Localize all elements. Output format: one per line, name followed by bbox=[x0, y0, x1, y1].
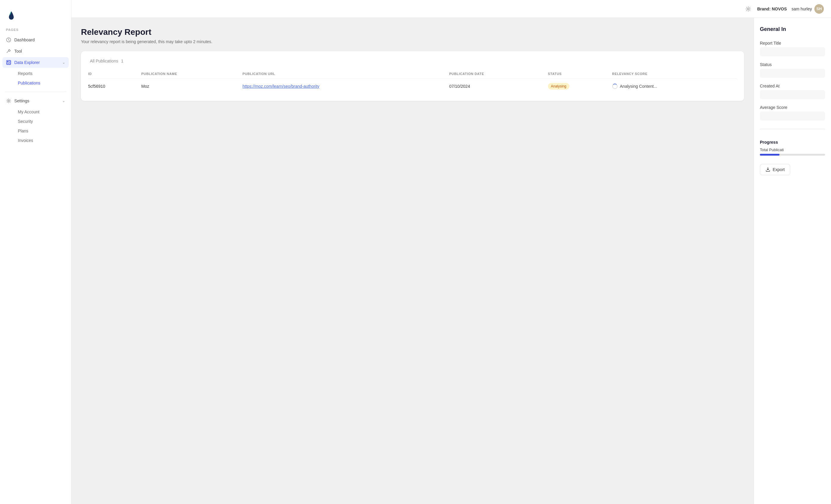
header-brand: Brand: NOVOS bbox=[757, 6, 787, 11]
created-at-label: Created At bbox=[760, 84, 825, 88]
sidebar-item-data-explorer[interactable]: Data Explorer ⌄ bbox=[2, 57, 69, 68]
sidebar-item-my-account[interactable]: My Account bbox=[14, 108, 66, 116]
col-publication-url: PUBLICATION URL bbox=[242, 69, 449, 79]
svg-rect-5 bbox=[9, 63, 10, 64]
progress-bar-fill bbox=[760, 154, 779, 156]
export-button[interactable]: Export bbox=[760, 164, 790, 175]
status-badge: Analysing bbox=[548, 83, 569, 90]
sidebar-item-reports[interactable]: Reports bbox=[14, 69, 66, 78]
right-panel: General In Report Title Status Created A… bbox=[754, 18, 831, 504]
cell-id: 5cf56910 bbox=[88, 79, 141, 94]
page-title: Relevancy Report bbox=[81, 27, 744, 37]
table-row: 5cf56910 Moz https://moz.com/learn/seo/b… bbox=[88, 79, 737, 94]
sidebar-item-settings-label: Settings bbox=[14, 98, 29, 103]
main-nav: Dashboard Tool Data Explor bbox=[0, 34, 71, 88]
right-panel-created-at: Created At bbox=[760, 84, 825, 99]
average-score-label: Average Score bbox=[760, 105, 825, 110]
sidebar-item-data-explorer-label: Data Explorer bbox=[14, 60, 40, 65]
cell-publication-url: https://moz.com/learn/seo/brand-authorit… bbox=[242, 79, 449, 94]
settings-nav: Settings ⌄ My Account Security Plans Inv… bbox=[0, 95, 71, 146]
sidebar-item-dashboard-label: Dashboard bbox=[14, 37, 35, 42]
status-field-label: Status bbox=[760, 62, 825, 67]
sidebar-item-publications[interactable]: Publications bbox=[14, 79, 66, 87]
settings-chevron-icon: ⌄ bbox=[62, 99, 65, 103]
publication-url-link[interactable]: https://moz.com/learn/seo/brand-authorit… bbox=[242, 84, 319, 89]
progress-section-title: Progress bbox=[760, 140, 825, 145]
settings-sub-nav: My Account Security Plans Invoices bbox=[2, 107, 69, 146]
table-body: 5cf56910 Moz https://moz.com/learn/seo/b… bbox=[88, 79, 737, 94]
export-button-label: Export bbox=[773, 167, 784, 172]
svg-rect-4 bbox=[7, 63, 8, 64]
logo-container bbox=[0, 6, 71, 28]
report-title-label: Report Title bbox=[760, 41, 825, 46]
progress-bar-background bbox=[760, 154, 825, 156]
right-panel-status: Status bbox=[760, 62, 825, 78]
page-subtitle: Your relevancy report is being generated… bbox=[81, 39, 744, 44]
header-user-name: sam hurley bbox=[792, 6, 812, 11]
sidebar: PAGES Dashboard Tool bbox=[0, 0, 71, 504]
header: Brand: NOVOS sam hurley SH bbox=[71, 0, 831, 18]
sidebar-item-settings[interactable]: Settings ⌄ bbox=[2, 95, 69, 106]
chevron-up-icon: ⌄ bbox=[62, 60, 65, 65]
publications-table-card: All Publications 1 ID PUBLICATION NAME P… bbox=[81, 51, 744, 101]
header-user[interactable]: sam hurley SH bbox=[792, 4, 824, 14]
col-publication-name: PUBLICATION NAME bbox=[141, 69, 242, 79]
dashboard-icon bbox=[6, 37, 11, 42]
right-panel-average-score: Average Score bbox=[760, 105, 825, 120]
settings-nav-icon bbox=[6, 98, 11, 103]
data-explorer-sub-nav: Reports Publications bbox=[2, 68, 69, 88]
main-wrapper: Brand: NOVOS sam hurley SH Relevancy Rep… bbox=[71, 0, 831, 504]
cell-publication-name: Moz bbox=[141, 79, 242, 94]
app-logo bbox=[6, 9, 17, 20]
data-explorer-icon bbox=[6, 60, 11, 65]
average-score-value bbox=[760, 112, 825, 120]
sidebar-item-security[interactable]: Security bbox=[14, 117, 66, 126]
col-status: STATUS bbox=[548, 69, 612, 79]
progress-section: Progress Total Publicati bbox=[760, 140, 825, 156]
user-avatar: SH bbox=[814, 4, 824, 14]
loading-spinner bbox=[612, 84, 618, 89]
report-title-value bbox=[760, 47, 825, 56]
col-relevancy-score: RELEVANCY SCORE bbox=[612, 69, 737, 79]
sidebar-item-invoices[interactable]: Invoices bbox=[14, 136, 66, 145]
content-area: Relevancy Report Your relevancy report i… bbox=[71, 18, 831, 504]
table-head: ID PUBLICATION NAME PUBLICATION URL PUBL… bbox=[88, 69, 737, 79]
analysing-content: Analysing Content... bbox=[612, 84, 734, 89]
svg-point-6 bbox=[8, 100, 9, 102]
created-at-value bbox=[760, 90, 825, 99]
cell-publication-date: 07/10/2024 bbox=[449, 79, 548, 94]
table-card-header: All Publications 1 bbox=[88, 58, 737, 64]
header-settings-icon[interactable] bbox=[744, 5, 752, 13]
sidebar-item-dashboard[interactable]: Dashboard bbox=[2, 34, 69, 45]
tool-icon bbox=[6, 49, 11, 54]
cell-status: Analysing bbox=[548, 79, 612, 94]
sidebar-item-tool-label: Tool bbox=[14, 49, 22, 54]
main-content: Relevancy Report Your relevancy report i… bbox=[71, 18, 754, 504]
svg-point-7 bbox=[747, 8, 749, 10]
cell-relevancy-score: Analysing Content... bbox=[612, 79, 737, 94]
sidebar-item-tool[interactable]: Tool bbox=[2, 46, 69, 57]
panel-divider bbox=[760, 129, 825, 129]
status-field-value bbox=[760, 69, 825, 78]
publications-table: ID PUBLICATION NAME PUBLICATION URL PUBL… bbox=[88, 69, 737, 94]
sidebar-item-plans[interactable]: Plans bbox=[14, 126, 66, 136]
col-publication-date: PUBLICATION DATE bbox=[449, 69, 548, 79]
svg-rect-2 bbox=[7, 61, 8, 62]
col-id: ID bbox=[88, 69, 141, 79]
export-icon bbox=[766, 167, 770, 172]
total-publications-label: Total Publicati bbox=[760, 148, 825, 152]
svg-rect-3 bbox=[9, 61, 10, 62]
pages-section-label: PAGES bbox=[0, 28, 71, 34]
sidebar-divider bbox=[5, 92, 66, 92]
right-panel-report-title: Report Title bbox=[760, 41, 825, 56]
right-panel-title: General In bbox=[760, 26, 825, 32]
